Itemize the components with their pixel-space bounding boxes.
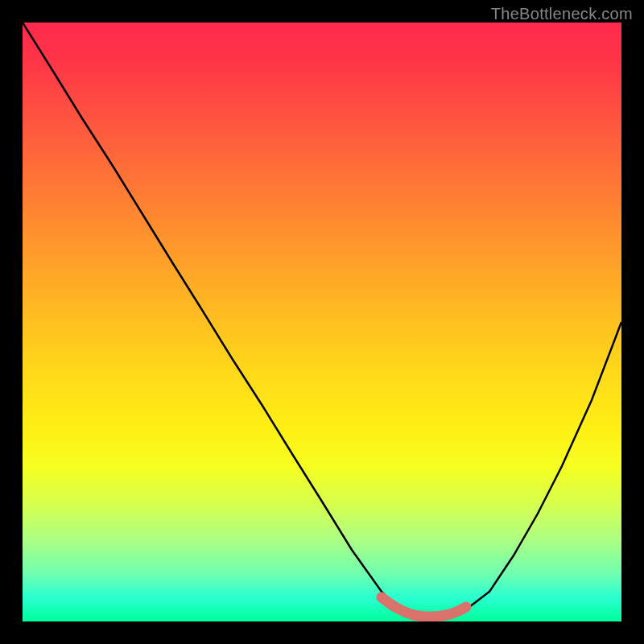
chart-frame: TheBottleneck.com xyxy=(0,0,644,644)
optimal-band xyxy=(382,597,466,617)
bottleneck-curve xyxy=(23,23,621,616)
curve-layer xyxy=(23,23,621,621)
plot-area xyxy=(23,23,621,621)
credit-text: TheBottleneck.com xyxy=(491,5,633,23)
